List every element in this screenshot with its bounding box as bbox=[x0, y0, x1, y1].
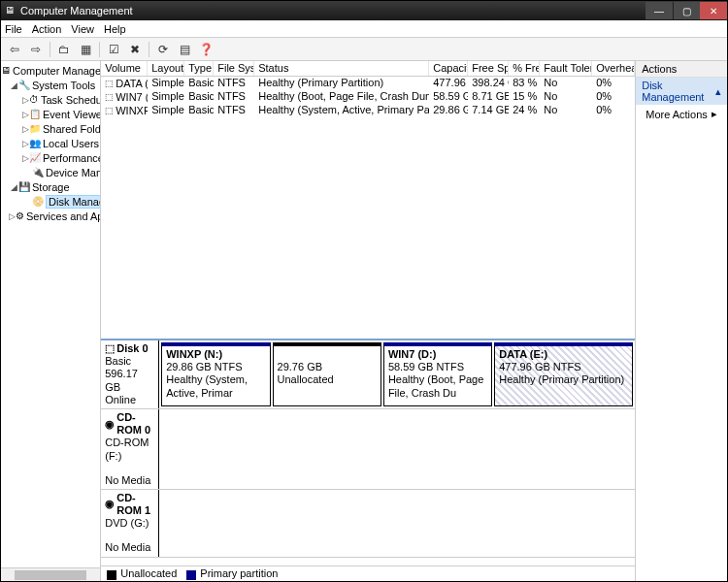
delete-button[interactable]: ✖ bbox=[125, 40, 145, 59]
cdrom-icon: ◉ bbox=[105, 418, 115, 431]
menu-view[interactable]: View bbox=[71, 23, 94, 35]
col-status[interactable]: Status bbox=[254, 61, 429, 76]
list-view-button[interactable]: ▤ bbox=[175, 40, 194, 59]
col-filesystem[interactable]: File System bbox=[214, 61, 254, 76]
menu-action[interactable]: Action bbox=[32, 23, 62, 35]
tree-disk-management[interactable]: 📀Disk Management bbox=[1, 194, 100, 209]
legend-swatch-unallocated bbox=[107, 570, 116, 580]
tree-scrollbar[interactable] bbox=[1, 567, 100, 581]
toolbar: ⇦ ⇨ 🗀 ▦ ☑ ✖ ⟳ ▤ ❓ bbox=[1, 38, 727, 61]
window-title: Computer Management bbox=[20, 5, 645, 16]
action-more-actions[interactable]: More Actions▸ bbox=[636, 105, 727, 123]
disk-icon: ⬚ bbox=[105, 342, 115, 355]
partition-data[interactable]: DATA (E:)477.96 GB NTFSHealthy (Primary … bbox=[494, 342, 633, 406]
show-hide-tree-button[interactable]: ▦ bbox=[76, 40, 95, 59]
cdrom0-info: ◉CD-ROM 0 CD-ROM (F:)No Media bbox=[101, 409, 159, 489]
tree-storage[interactable]: ◢💾Storage bbox=[1, 179, 100, 194]
volume-list-header: Volume Layout Type File System Status Ca… bbox=[101, 61, 635, 77]
volume-icon: ⬚ bbox=[105, 79, 114, 88]
tree-shared-folders[interactable]: ▷📁Shared Folders bbox=[1, 121, 100, 136]
volume-list: ⬚DATA (E:)SimpleBasicNTFSHealthy (Primar… bbox=[101, 77, 635, 339]
cdrom1-info: ◉CD-ROM 1 DVD (G:)No Media bbox=[101, 490, 159, 557]
disk0-info: ⬚Disk 0 Basic 596.17 GB Online bbox=[101, 340, 159, 408]
close-button[interactable]: ✕ bbox=[700, 2, 727, 19]
tree-local-users[interactable]: ▷👥Local Users and Groups bbox=[1, 136, 100, 150]
properties-button[interactable]: ☑ bbox=[104, 40, 123, 59]
tree-device-manager[interactable]: 🔌Device Manager bbox=[1, 165, 100, 179]
volume-row[interactable]: ⬚DATA (E:)SimpleBasicNTFSHealthy (Primar… bbox=[101, 77, 635, 90]
window-titlebar: 🖥 Computer Management — ▢ ✕ bbox=[1, 1, 727, 20]
col-percent-free[interactable]: % Free bbox=[509, 61, 540, 76]
menu-bar: File Action View Help bbox=[1, 20, 727, 38]
partition-winxp[interactable]: WINXP (N:)29.86 GB NTFSHealthy (System, … bbox=[161, 342, 270, 406]
tree-services-apps[interactable]: ▷⚙Services and Applications bbox=[1, 209, 100, 223]
actions-pane: Actions Disk Management▴ More Actions▸ bbox=[636, 61, 727, 581]
disk-row-disk0[interactable]: ⬚Disk 0 Basic 596.17 GB Online WINXP (N:… bbox=[101, 340, 635, 409]
chevron-right-icon: ▸ bbox=[711, 108, 717, 120]
menu-help[interactable]: Help bbox=[104, 23, 126, 35]
menu-file[interactable]: File bbox=[5, 23, 22, 35]
minimize-button[interactable]: — bbox=[645, 2, 673, 19]
legend-swatch-primary bbox=[186, 570, 196, 580]
tree-system-tools[interactable]: ◢🔧System Tools bbox=[1, 78, 100, 92]
volume-row[interactable]: ⬚WIN7 (D:)SimpleBasicNTFSHealthy (Boot, … bbox=[101, 90, 635, 104]
volume-row[interactable]: ⬚WINXP (N:)SimpleBasicNTFSHealthy (Syste… bbox=[101, 104, 635, 117]
col-overhead[interactable]: Overhead bbox=[592, 61, 635, 76]
forward-button[interactable]: ⇨ bbox=[26, 40, 46, 59]
tree-root[interactable]: 🖥Computer Management (Local bbox=[1, 63, 100, 78]
col-fault-tolerance[interactable]: Fault Tolerance bbox=[540, 61, 592, 76]
partition-win7[interactable]: WIN7 (D:)58.59 GB NTFSHealthy (Boot, Pag… bbox=[383, 342, 492, 406]
app-icon: 🖥 bbox=[5, 5, 17, 16]
tree-task-scheduler[interactable]: ▷⏱Task Scheduler bbox=[1, 92, 100, 107]
disk-row-cdrom0[interactable]: ◉CD-ROM 0 CD-ROM (F:)No Media bbox=[101, 409, 635, 490]
back-button[interactable]: ⇦ bbox=[5, 40, 24, 59]
navigation-tree: 🖥Computer Management (Local ◢🔧System Too… bbox=[1, 61, 101, 581]
col-volume[interactable]: Volume bbox=[101, 61, 148, 76]
tree-event-viewer[interactable]: ▷📋Event Viewer bbox=[1, 107, 100, 121]
partition-unallocated[interactable]: 29.76 GBUnallocated bbox=[273, 342, 381, 406]
disk-graphical-view: ⬚Disk 0 Basic 596.17 GB Online WINXP (N:… bbox=[101, 339, 635, 566]
up-button[interactable]: 🗀 bbox=[54, 40, 74, 59]
col-freespace[interactable]: Free Space bbox=[468, 61, 509, 76]
actions-group-title: Disk Management▴ bbox=[636, 78, 727, 105]
volume-icon: ⬚ bbox=[105, 106, 114, 115]
maximize-button[interactable]: ▢ bbox=[673, 2, 700, 19]
refresh-button[interactable]: ⟳ bbox=[153, 40, 173, 59]
col-type[interactable]: Type bbox=[184, 61, 214, 76]
tree-performance[interactable]: ▷📈Performance bbox=[1, 150, 100, 165]
collapse-icon[interactable]: ▴ bbox=[715, 85, 721, 98]
legend: Unallocated Primary partition bbox=[101, 566, 635, 581]
actions-header: Actions bbox=[636, 61, 727, 78]
col-capacity[interactable]: Capacity bbox=[429, 61, 468, 76]
volume-icon: ⬚ bbox=[105, 92, 114, 102]
help-button[interactable]: ❓ bbox=[196, 40, 215, 59]
disk-row-cdrom1[interactable]: ◉CD-ROM 1 DVD (G:)No Media bbox=[101, 490, 635, 558]
col-layout[interactable]: Layout bbox=[148, 61, 184, 76]
cdrom-icon: ◉ bbox=[105, 498, 115, 510]
